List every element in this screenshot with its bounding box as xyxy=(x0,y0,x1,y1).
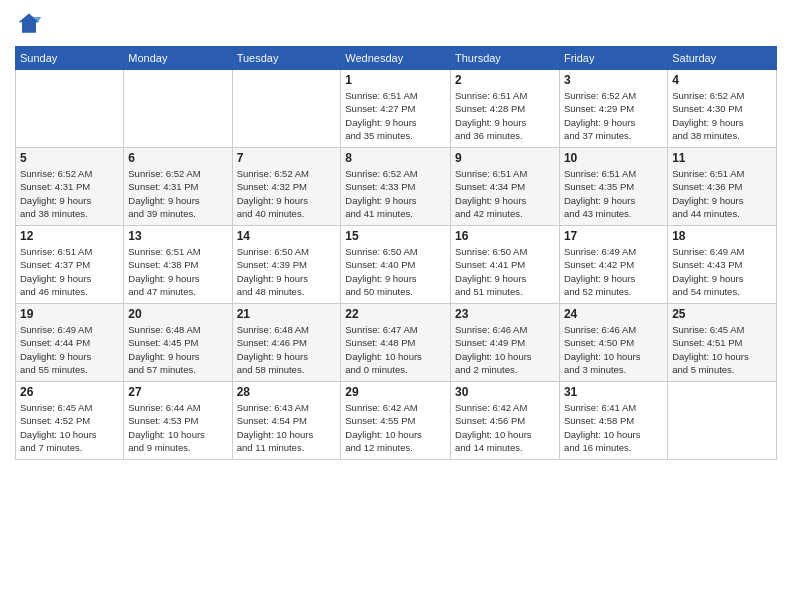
day-info: Sunrise: 6:44 AM Sunset: 4:53 PM Dayligh… xyxy=(128,401,227,454)
weekday-header: Tuesday xyxy=(232,47,341,70)
day-info: Sunrise: 6:51 AM Sunset: 4:36 PM Dayligh… xyxy=(672,167,772,220)
calendar-week-row: 19Sunrise: 6:49 AM Sunset: 4:44 PM Dayli… xyxy=(16,304,777,382)
day-info: Sunrise: 6:49 AM Sunset: 4:42 PM Dayligh… xyxy=(564,245,663,298)
calendar-cell xyxy=(668,382,777,460)
weekday-header: Friday xyxy=(559,47,667,70)
day-number: 2 xyxy=(455,73,555,87)
calendar-cell: 5Sunrise: 6:52 AM Sunset: 4:31 PM Daylig… xyxy=(16,148,124,226)
day-number: 9 xyxy=(455,151,555,165)
calendar-cell: 20Sunrise: 6:48 AM Sunset: 4:45 PM Dayli… xyxy=(124,304,232,382)
calendar-cell: 9Sunrise: 6:51 AM Sunset: 4:34 PM Daylig… xyxy=(451,148,560,226)
calendar-cell: 23Sunrise: 6:46 AM Sunset: 4:49 PM Dayli… xyxy=(451,304,560,382)
weekday-header: Wednesday xyxy=(341,47,451,70)
day-info: Sunrise: 6:52 AM Sunset: 4:31 PM Dayligh… xyxy=(128,167,227,220)
day-number: 21 xyxy=(237,307,337,321)
day-number: 17 xyxy=(564,229,663,243)
day-info: Sunrise: 6:42 AM Sunset: 4:55 PM Dayligh… xyxy=(345,401,446,454)
day-number: 6 xyxy=(128,151,227,165)
calendar-cell: 16Sunrise: 6:50 AM Sunset: 4:41 PM Dayli… xyxy=(451,226,560,304)
calendar-week-row: 12Sunrise: 6:51 AM Sunset: 4:37 PM Dayli… xyxy=(16,226,777,304)
calendar-cell: 24Sunrise: 6:46 AM Sunset: 4:50 PM Dayli… xyxy=(559,304,667,382)
calendar-week-row: 1Sunrise: 6:51 AM Sunset: 4:27 PM Daylig… xyxy=(16,70,777,148)
day-number: 15 xyxy=(345,229,446,243)
weekday-header-row: SundayMondayTuesdayWednesdayThursdayFrid… xyxy=(16,47,777,70)
calendar-cell: 15Sunrise: 6:50 AM Sunset: 4:40 PM Dayli… xyxy=(341,226,451,304)
day-info: Sunrise: 6:50 AM Sunset: 4:41 PM Dayligh… xyxy=(455,245,555,298)
calendar-cell: 7Sunrise: 6:52 AM Sunset: 4:32 PM Daylig… xyxy=(232,148,341,226)
calendar-cell: 21Sunrise: 6:48 AM Sunset: 4:46 PM Dayli… xyxy=(232,304,341,382)
calendar-cell: 22Sunrise: 6:47 AM Sunset: 4:48 PM Dayli… xyxy=(341,304,451,382)
day-number: 26 xyxy=(20,385,119,399)
calendar-table: SundayMondayTuesdayWednesdayThursdayFrid… xyxy=(15,46,777,460)
calendar-cell: 10Sunrise: 6:51 AM Sunset: 4:35 PM Dayli… xyxy=(559,148,667,226)
day-number: 24 xyxy=(564,307,663,321)
weekday-header: Thursday xyxy=(451,47,560,70)
calendar-cell: 11Sunrise: 6:51 AM Sunset: 4:36 PM Dayli… xyxy=(668,148,777,226)
calendar-cell: 17Sunrise: 6:49 AM Sunset: 4:42 PM Dayli… xyxy=(559,226,667,304)
day-number: 27 xyxy=(128,385,227,399)
calendar-cell: 3Sunrise: 6:52 AM Sunset: 4:29 PM Daylig… xyxy=(559,70,667,148)
calendar-cell: 26Sunrise: 6:45 AM Sunset: 4:52 PM Dayli… xyxy=(16,382,124,460)
calendar-cell: 13Sunrise: 6:51 AM Sunset: 4:38 PM Dayli… xyxy=(124,226,232,304)
calendar-week-row: 5Sunrise: 6:52 AM Sunset: 4:31 PM Daylig… xyxy=(16,148,777,226)
day-info: Sunrise: 6:51 AM Sunset: 4:28 PM Dayligh… xyxy=(455,89,555,142)
calendar-cell: 1Sunrise: 6:51 AM Sunset: 4:27 PM Daylig… xyxy=(341,70,451,148)
day-info: Sunrise: 6:46 AM Sunset: 4:50 PM Dayligh… xyxy=(564,323,663,376)
calendar-cell xyxy=(232,70,341,148)
day-info: Sunrise: 6:51 AM Sunset: 4:35 PM Dayligh… xyxy=(564,167,663,220)
weekday-header: Monday xyxy=(124,47,232,70)
calendar-cell: 25Sunrise: 6:45 AM Sunset: 4:51 PM Dayli… xyxy=(668,304,777,382)
day-info: Sunrise: 6:46 AM Sunset: 4:49 PM Dayligh… xyxy=(455,323,555,376)
day-number: 22 xyxy=(345,307,446,321)
calendar-cell: 29Sunrise: 6:42 AM Sunset: 4:55 PM Dayli… xyxy=(341,382,451,460)
day-info: Sunrise: 6:51 AM Sunset: 4:38 PM Dayligh… xyxy=(128,245,227,298)
calendar-cell: 12Sunrise: 6:51 AM Sunset: 4:37 PM Dayli… xyxy=(16,226,124,304)
day-info: Sunrise: 6:45 AM Sunset: 4:51 PM Dayligh… xyxy=(672,323,772,376)
logo xyxy=(15,10,47,38)
calendar-cell xyxy=(16,70,124,148)
calendar-week-row: 26Sunrise: 6:45 AM Sunset: 4:52 PM Dayli… xyxy=(16,382,777,460)
calendar-cell xyxy=(124,70,232,148)
day-info: Sunrise: 6:51 AM Sunset: 4:37 PM Dayligh… xyxy=(20,245,119,298)
day-number: 28 xyxy=(237,385,337,399)
day-number: 11 xyxy=(672,151,772,165)
calendar-cell: 19Sunrise: 6:49 AM Sunset: 4:44 PM Dayli… xyxy=(16,304,124,382)
day-info: Sunrise: 6:45 AM Sunset: 4:52 PM Dayligh… xyxy=(20,401,119,454)
header-row xyxy=(15,10,777,38)
calendar-cell: 18Sunrise: 6:49 AM Sunset: 4:43 PM Dayli… xyxy=(668,226,777,304)
day-info: Sunrise: 6:50 AM Sunset: 4:40 PM Dayligh… xyxy=(345,245,446,298)
day-number: 31 xyxy=(564,385,663,399)
day-number: 8 xyxy=(345,151,446,165)
day-info: Sunrise: 6:48 AM Sunset: 4:45 PM Dayligh… xyxy=(128,323,227,376)
day-info: Sunrise: 6:52 AM Sunset: 4:33 PM Dayligh… xyxy=(345,167,446,220)
calendar-cell: 6Sunrise: 6:52 AM Sunset: 4:31 PM Daylig… xyxy=(124,148,232,226)
day-number: 14 xyxy=(237,229,337,243)
day-info: Sunrise: 6:43 AM Sunset: 4:54 PM Dayligh… xyxy=(237,401,337,454)
calendar-cell: 31Sunrise: 6:41 AM Sunset: 4:58 PM Dayli… xyxy=(559,382,667,460)
day-number: 18 xyxy=(672,229,772,243)
day-number: 7 xyxy=(237,151,337,165)
day-number: 20 xyxy=(128,307,227,321)
day-number: 19 xyxy=(20,307,119,321)
day-info: Sunrise: 6:47 AM Sunset: 4:48 PM Dayligh… xyxy=(345,323,446,376)
day-number: 16 xyxy=(455,229,555,243)
day-info: Sunrise: 6:52 AM Sunset: 4:31 PM Dayligh… xyxy=(20,167,119,220)
day-info: Sunrise: 6:50 AM Sunset: 4:39 PM Dayligh… xyxy=(237,245,337,298)
day-number: 4 xyxy=(672,73,772,87)
day-info: Sunrise: 6:48 AM Sunset: 4:46 PM Dayligh… xyxy=(237,323,337,376)
calendar-cell: 28Sunrise: 6:43 AM Sunset: 4:54 PM Dayli… xyxy=(232,382,341,460)
calendar-container: SundayMondayTuesdayWednesdayThursdayFrid… xyxy=(0,0,792,612)
day-info: Sunrise: 6:52 AM Sunset: 4:32 PM Dayligh… xyxy=(237,167,337,220)
day-info: Sunrise: 6:52 AM Sunset: 4:29 PM Dayligh… xyxy=(564,89,663,142)
weekday-header: Sunday xyxy=(16,47,124,70)
calendar-cell: 14Sunrise: 6:50 AM Sunset: 4:39 PM Dayli… xyxy=(232,226,341,304)
calendar-cell: 27Sunrise: 6:44 AM Sunset: 4:53 PM Dayli… xyxy=(124,382,232,460)
day-number: 25 xyxy=(672,307,772,321)
day-number: 13 xyxy=(128,229,227,243)
day-info: Sunrise: 6:49 AM Sunset: 4:44 PM Dayligh… xyxy=(20,323,119,376)
calendar-cell: 4Sunrise: 6:52 AM Sunset: 4:30 PM Daylig… xyxy=(668,70,777,148)
logo-icon xyxy=(15,10,43,38)
day-number: 12 xyxy=(20,229,119,243)
calendar-cell: 8Sunrise: 6:52 AM Sunset: 4:33 PM Daylig… xyxy=(341,148,451,226)
day-number: 3 xyxy=(564,73,663,87)
